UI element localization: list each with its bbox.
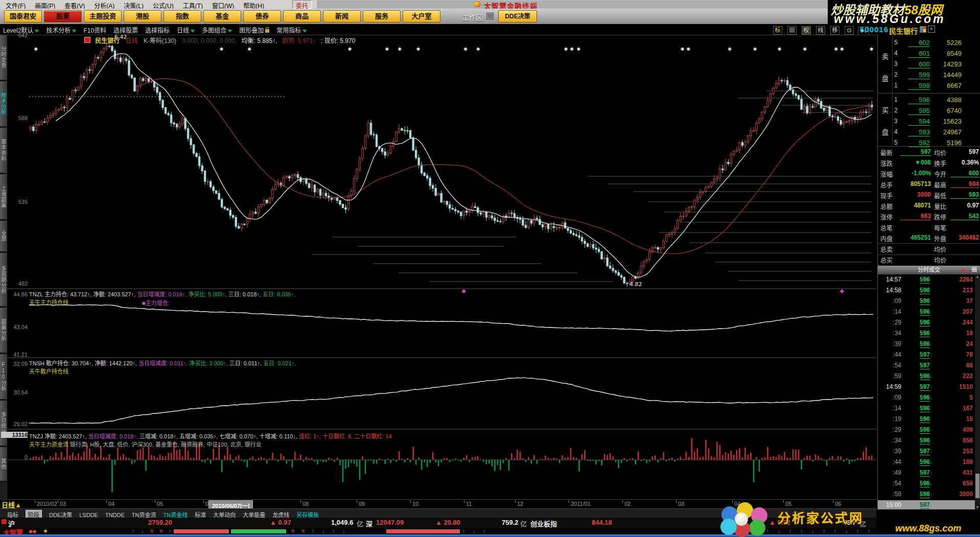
sidebar-tab-分时走势[interactable]: 分时走势 xyxy=(0,35,7,81)
nav-button-大户室[interactable]: 大户室 xyxy=(403,10,440,22)
toolbar-item-label: 选择股票 xyxy=(113,27,138,34)
xaxis-month-09: 09 xyxy=(359,501,365,507)
orderbook-mid-divider xyxy=(878,93,980,94)
stat-label-涨跌: 涨跌 xyxy=(880,159,893,168)
timesales-price-val: 596 xyxy=(920,437,930,445)
timesales-time: :54 xyxy=(880,480,901,487)
nav-button-股票[interactable]: 股票 xyxy=(44,10,82,22)
scroll-thumb[interactable] xyxy=(975,474,979,498)
tnsh-line-label: 天牛散户持仓线 xyxy=(29,367,68,375)
sidebar-tab-基本资料[interactable]: 基本资料 xyxy=(0,128,7,174)
status-item-2: ▲ 0.97 xyxy=(270,519,291,526)
play-icon[interactable]: ▶ xyxy=(963,266,967,274)
nav-button-指数[interactable]: 指数 xyxy=(164,10,201,22)
app-icon xyxy=(474,1,481,8)
tool-icon-标[interactable]: 标 xyxy=(773,26,782,35)
chart-header-indicator[interactable]: K-筹码(130) xyxy=(144,37,176,44)
nav-button-主题投资[interactable]: 主题投资 xyxy=(84,10,122,22)
nav-button-债券[interactable]: 债券 xyxy=(243,10,281,22)
lock-icon xyxy=(265,29,269,33)
toolbar-item-F10资料[interactable]: F10资料 xyxy=(83,26,106,34)
stat-label-均价-9: 均价 xyxy=(934,245,946,253)
nav-button-国泰君安[interactable]: 国泰君安 xyxy=(4,10,42,22)
toolbar-item-常用指标[interactable]: 常用指标 xyxy=(276,26,307,34)
timesales-price: 596 xyxy=(920,405,930,412)
detail-button[interactable]: 细 xyxy=(971,266,977,274)
breadth-arrow: ↑ xyxy=(483,528,486,534)
timesales-price: 597 xyxy=(920,362,930,369)
timesales-scrollbar[interactable]: ▲ ▼ xyxy=(975,274,980,510)
stat-label-总手: 总手 xyxy=(880,180,893,189)
scroll-up-icon[interactable]: ▲ xyxy=(975,274,980,279)
timesales-volume: 78 xyxy=(944,351,973,358)
timesales-price-val: 596 xyxy=(920,340,930,348)
sidebar-tab-超赢分析[interactable]: 超赢分析 xyxy=(0,308,7,354)
xaxis-month-06: 06 xyxy=(835,501,841,507)
sidebar-tab-其他[interactable]: 其他 xyxy=(0,447,7,482)
orderbook-volume: 5226 xyxy=(935,39,962,46)
xaxis-month-10: 10 xyxy=(412,501,418,507)
timesales-time: :09 xyxy=(880,394,901,401)
workspace-icon[interactable] xyxy=(486,13,494,19)
tool-icon-田[interactable]: 田 xyxy=(787,26,797,35)
timesales-volume: 88 xyxy=(944,362,973,369)
tool-icon-线[interactable]: 线 xyxy=(816,26,825,35)
toolbar-item-选择指标[interactable]: 选择指标 xyxy=(145,26,170,34)
timesales-time: :39 xyxy=(880,448,901,455)
xaxis-tick xyxy=(410,500,411,503)
status-item-5: 深 xyxy=(366,519,372,528)
timesales-price-arrow: ↑ xyxy=(930,470,932,476)
workspace-label[interactable]: 工作区 xyxy=(462,12,482,22)
orderbook-volume: 8549 xyxy=(935,50,962,57)
tool-icon-panel[interactable]: ⊡ xyxy=(845,26,854,35)
tool-icon-移[interactable]: 移 xyxy=(830,26,839,35)
stat-label-现手: 现手 xyxy=(880,191,893,200)
nav-button-港股[interactable]: 港股 xyxy=(124,10,161,22)
timesales-time: :59 xyxy=(880,491,901,498)
nav-button-新闻[interactable]: 新闻 xyxy=(323,10,361,22)
stock-code: 600016 xyxy=(860,25,889,34)
axis-label-588: 588 xyxy=(1,115,28,121)
tnzl-header: TNZL 主力持仓: 43.712↑, 净额: 2403.527↑, 当日增减度… xyxy=(29,290,295,298)
timesales-price: 596 xyxy=(920,437,930,444)
stat-label-总卖: 总卖 xyxy=(880,245,893,253)
chart-header: 民生银行 日线 K-筹码(130) 0.000, 0.000, 0.000, 均… xyxy=(84,36,355,44)
xaxis-month-2010/02: 2010/02 xyxy=(37,501,57,507)
stock-name: 民生银行 xyxy=(889,26,918,36)
timesales-volume: 1510 xyxy=(944,383,973,390)
timesales-price: 596 xyxy=(920,308,930,315)
nav-button-基金[interactable]: 基金 xyxy=(203,10,241,22)
toolbar-item-多图组合[interactable]: 多图组合 xyxy=(202,26,232,34)
orderbook-volume: 6740 xyxy=(935,107,962,114)
breadth-arrow: ↓ xyxy=(141,528,144,534)
timesales-price-val: 596 xyxy=(920,405,930,412)
toolbar-item-技术分析[interactable]: 技术分析 xyxy=(46,26,76,34)
dropdown-arrow-icon xyxy=(72,30,76,33)
entrust-menu[interactable]: 委托 xyxy=(292,0,312,9)
nav-button-商品[interactable]: 商品 xyxy=(283,10,321,22)
timesales-price-val: 598 xyxy=(920,491,930,498)
timesales-price-val: 596 xyxy=(920,330,930,337)
toolbar-item-日线[interactable]: 日线 xyxy=(177,26,195,34)
stock-grid-icon[interactable] xyxy=(920,26,926,33)
brand-star: ★ xyxy=(43,528,48,534)
timesales-price-val: 597 xyxy=(920,448,930,455)
close-icon[interactable]: × xyxy=(928,26,935,33)
sidebar-tab-上海超赢[interactable]: 上海超赢 xyxy=(0,174,7,221)
tool-icon-权[interactable]: 权 xyxy=(802,26,811,35)
timesales-header[interactable]: 分时成交 ▶ 细 xyxy=(878,266,980,274)
toolbar-item-选择股票[interactable]: 选择股票 xyxy=(113,26,138,34)
toolbar-item-图形叠加[interactable]: 图形叠加 xyxy=(239,26,269,34)
chart-header-metric-value: 5.970 xyxy=(340,37,355,44)
sidebar-tab-全屏[interactable]: 全屏 xyxy=(0,221,7,253)
timesales-price-val: 596 xyxy=(920,394,930,402)
breadth-arrow: ↑ xyxy=(132,528,135,534)
main-chart-canvas[interactable]: 6.424.82 xyxy=(7,35,876,499)
chart-header-period[interactable]: 日线 xyxy=(126,37,138,44)
scroll-down-icon[interactable]: ▼ xyxy=(975,505,980,510)
orderbook-row-num: 5 xyxy=(894,39,898,46)
nav-button-服务[interactable]: 服务 xyxy=(363,10,401,22)
petal-green xyxy=(749,520,765,536)
dde-button[interactable]: DDE决策 xyxy=(498,10,537,22)
breadth-arrow: ↓ xyxy=(845,528,848,534)
